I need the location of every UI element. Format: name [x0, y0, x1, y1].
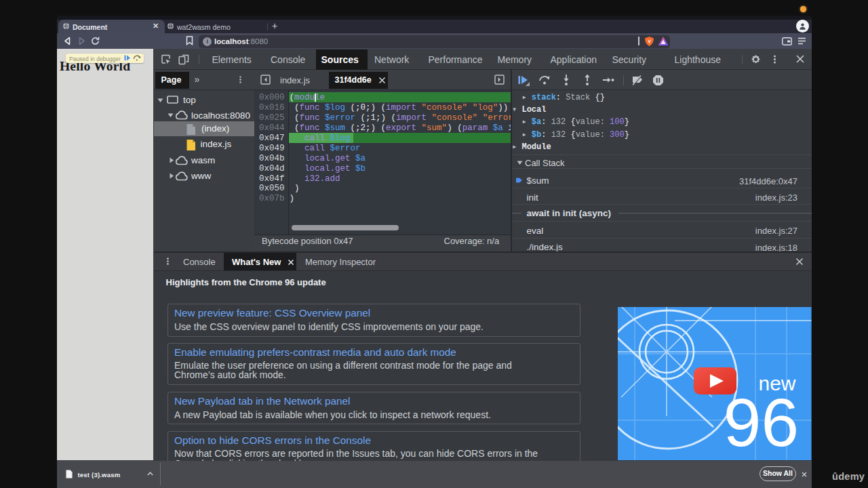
svg-text:96: 96 [724, 384, 799, 460]
